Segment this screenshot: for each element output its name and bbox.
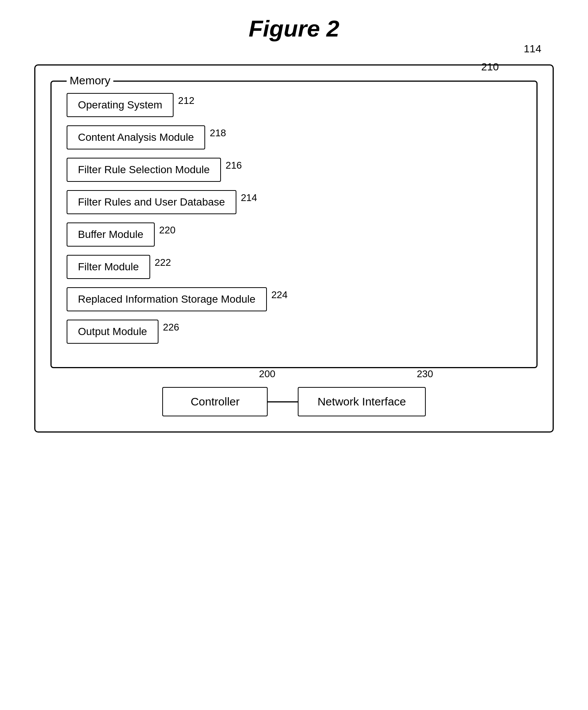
module-row-filter-rules-db: Filter Rules and User Database214 <box>67 190 521 214</box>
network-interface-ref: 230 <box>417 368 433 380</box>
module-box-filter-rule-selection: Filter Rule Selection Module <box>67 158 221 182</box>
module-ref-filter-rules-db: 214 <box>241 192 257 204</box>
module-ref-operating-system: 212 <box>178 95 194 107</box>
module-ref-replaced-info-storage: 224 <box>271 289 288 301</box>
memory-ref-label: 210 <box>481 61 499 73</box>
modules-container: Operating System212Content Analysis Modu… <box>67 93 521 344</box>
module-box-replaced-info-storage: Replaced Information Storage Module <box>67 287 267 311</box>
controller-box: Controller <box>162 387 268 416</box>
connector <box>268 401 298 402</box>
module-box-filter-rules-db: Filter Rules and User Database <box>67 190 236 214</box>
controller-ref: 200 <box>259 368 275 380</box>
network-interface-box: Network Interface <box>298 387 425 416</box>
module-box-content-analysis: Content Analysis Module <box>67 125 205 149</box>
module-box-buffer-module: Buffer Module <box>67 222 155 247</box>
bottom-row: 200 Controller 230 Network Interface <box>50 387 538 416</box>
module-box-output-module: Output Module <box>67 320 158 344</box>
module-row-operating-system: Operating System212 <box>67 93 521 117</box>
module-row-filter-rule-selection: Filter Rule Selection Module216 <box>67 158 521 182</box>
module-ref-filter-module: 222 <box>155 257 171 268</box>
page-title: Figure 2 <box>248 15 339 42</box>
module-box-operating-system: Operating System <box>67 93 174 117</box>
module-ref-output-module: 226 <box>163 321 179 333</box>
module-row-filter-module: Filter Module222 <box>67 255 521 279</box>
module-row-replaced-info-storage: Replaced Information Storage Module224 <box>67 287 521 311</box>
memory-container: Memory 210 Operating System212Content An… <box>50 81 538 368</box>
network-interface-wrapper: 230 Network Interface <box>298 387 425 416</box>
module-row-output-module: Output Module226 <box>67 320 521 344</box>
module-ref-filter-rule-selection: 216 <box>225 160 242 171</box>
outer-container: 114 Memory 210 Operating System212Conten… <box>34 64 554 433</box>
module-ref-buffer-module: 220 <box>159 224 175 236</box>
controller-wrapper: 200 Controller <box>162 387 268 416</box>
module-box-filter-module: Filter Module <box>67 255 150 279</box>
memory-label: Memory <box>67 74 113 87</box>
outer-ref-label: 114 <box>524 43 541 55</box>
module-ref-content-analysis: 218 <box>210 127 226 139</box>
module-row-content-analysis: Content Analysis Module218 <box>67 125 521 149</box>
module-row-buffer-module: Buffer Module220 <box>67 222 521 247</box>
